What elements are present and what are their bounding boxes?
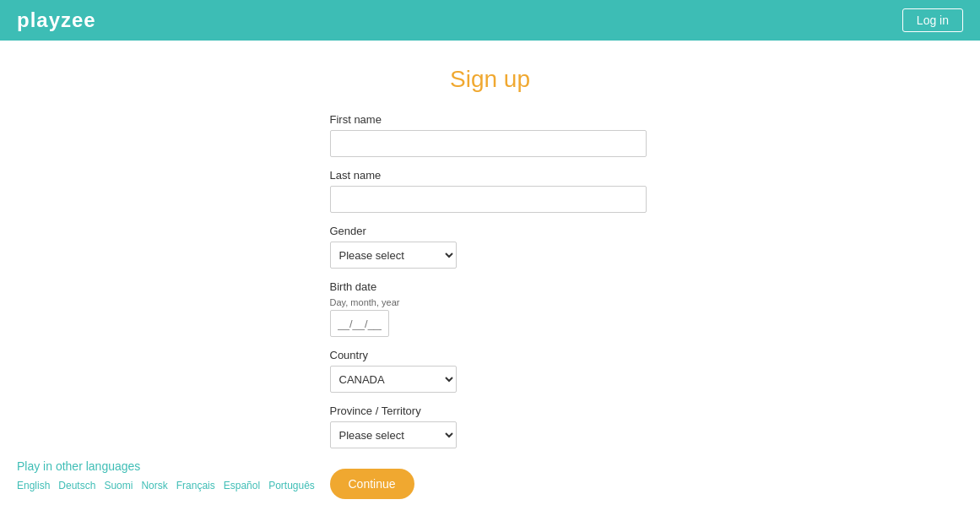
footer-lang-link[interactable]: Suomi: [104, 480, 133, 491]
footer-lang-link[interactable]: Norsk: [141, 480, 167, 491]
gender-group: Gender Please select Male Female Other: [330, 225, 651, 269]
signup-form: First name Last name Gender Please selec…: [330, 113, 651, 499]
province-select[interactable]: Please select Alberta British Columbia O…: [330, 421, 457, 448]
footer-heading: Play in other languages: [17, 459, 315, 473]
gender-select[interactable]: Please select Male Female Other: [330, 242, 457, 269]
birth-date-label: Birth date: [330, 280, 651, 293]
last-name-group: Last name: [330, 169, 651, 213]
last-name-input[interactable]: [330, 186, 647, 213]
footer-lang-link[interactable]: English: [17, 480, 50, 491]
footer-lang-link[interactable]: Deutsch: [58, 480, 95, 491]
footer: Play in other languages EnglishDeutschSu…: [0, 443, 332, 505]
birth-date-sublabel: Day, month, year: [330, 297, 651, 307]
footer-lang-link[interactable]: Español: [224, 480, 260, 491]
footer-lang-link[interactable]: Français: [176, 480, 215, 491]
country-label: Country: [330, 349, 651, 361]
page-title: Sign up: [450, 66, 530, 93]
country-group: Country CANADA UNITED STATES: [330, 349, 651, 393]
birth-date-input[interactable]: [330, 310, 389, 337]
last-name-label: Last name: [330, 169, 651, 182]
gender-label: Gender: [330, 225, 651, 237]
header: playzee Log in: [0, 0, 980, 41]
province-label: Province / Territory: [330, 405, 651, 417]
province-group: Province / Territory Please select Alber…: [330, 405, 651, 448]
first-name-group: First name: [330, 113, 651, 157]
country-select[interactable]: CANADA UNITED STATES: [330, 366, 457, 393]
footer-languages: EnglishDeutschSuomiNorskFrançaisEspañolP…: [17, 480, 315, 491]
continue-button[interactable]: Continue: [330, 469, 414, 499]
first-name-label: First name: [330, 113, 651, 126]
logo: playzee: [17, 8, 96, 32]
footer-lang-link[interactable]: Português: [268, 480, 315, 491]
first-name-input[interactable]: [330, 130, 647, 157]
main-content: Sign up First name Last name Gender Plea…: [0, 41, 980, 505]
login-button[interactable]: Log in: [902, 8, 963, 32]
birth-date-group: Birth date Day, month, year: [330, 280, 651, 337]
